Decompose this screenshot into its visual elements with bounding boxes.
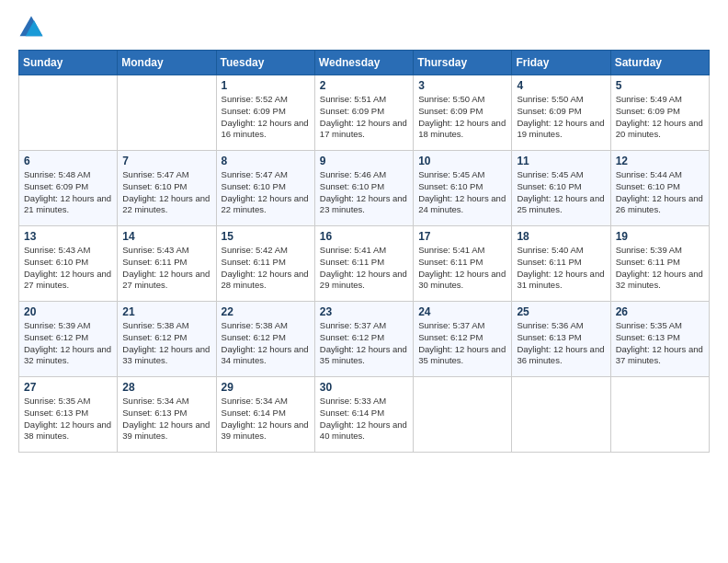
day-number: 26 — [616, 305, 704, 318]
calendar-cell: 19Sunrise: 5:39 AM Sunset: 6:11 PM Dayli… — [610, 226, 709, 302]
calendar-header-tuesday: Tuesday — [216, 51, 314, 75]
day-info: Sunrise: 5:35 AM Sunset: 6:13 PM Dayligh… — [616, 320, 704, 367]
day-info: Sunrise: 5:38 AM Sunset: 6:12 PM Dayligh… — [222, 320, 310, 367]
calendar-week-2: 13Sunrise: 5:43 AM Sunset: 6:10 PM Dayli… — [19, 226, 710, 302]
day-number: 1 — [222, 79, 310, 92]
day-info: Sunrise: 5:43 AM Sunset: 6:10 PM Dayligh… — [24, 245, 112, 292]
day-info: Sunrise: 5:45 AM Sunset: 6:10 PM Dayligh… — [517, 169, 605, 216]
calendar-cell: 16Sunrise: 5:41 AM Sunset: 6:11 PM Dayli… — [314, 226, 413, 302]
calendar-cell — [118, 75, 216, 151]
calendar-cell: 28Sunrise: 5:34 AM Sunset: 6:13 PM Dayli… — [118, 377, 216, 453]
calendar-cell: 7Sunrise: 5:47 AM Sunset: 6:10 PM Daylig… — [118, 151, 216, 226]
day-number: 18 — [517, 230, 605, 243]
calendar-cell: 13Sunrise: 5:43 AM Sunset: 6:10 PM Dayli… — [19, 226, 118, 302]
calendar-cell: 8Sunrise: 5:47 AM Sunset: 6:10 PM Daylig… — [216, 151, 314, 226]
day-number: 30 — [320, 381, 408, 394]
day-info: Sunrise: 5:41 AM Sunset: 6:11 PM Dayligh… — [320, 245, 408, 292]
calendar-cell: 22Sunrise: 5:38 AM Sunset: 6:12 PM Dayli… — [216, 302, 314, 377]
calendar-cell: 21Sunrise: 5:38 AM Sunset: 6:12 PM Dayli… — [118, 302, 216, 377]
day-number: 20 — [24, 305, 112, 318]
calendar-cell: 14Sunrise: 5:43 AM Sunset: 6:11 PM Dayli… — [118, 226, 216, 302]
calendar: SundayMondayTuesdayWednesdayThursdayFrid… — [18, 50, 710, 453]
day-info: Sunrise: 5:33 AM Sunset: 6:14 PM Dayligh… — [320, 396, 408, 442]
day-info: Sunrise: 5:51 AM Sunset: 6:09 PM Dayligh… — [320, 94, 408, 141]
day-number: 4 — [517, 79, 605, 92]
day-number: 7 — [122, 155, 210, 167]
day-info: Sunrise: 5:44 AM Sunset: 6:10 PM Dayligh… — [616, 169, 704, 216]
calendar-cell: 25Sunrise: 5:36 AM Sunset: 6:13 PM Dayli… — [512, 302, 610, 377]
day-number: 12 — [616, 155, 704, 167]
day-info: Sunrise: 5:39 AM Sunset: 6:11 PM Dayligh… — [616, 245, 704, 292]
day-number: 2 — [320, 79, 408, 92]
calendar-cell — [19, 75, 118, 151]
day-info: Sunrise: 5:40 AM Sunset: 6:11 PM Dayligh… — [517, 245, 605, 292]
calendar-cell: 5Sunrise: 5:49 AM Sunset: 6:09 PM Daylig… — [610, 75, 709, 151]
calendar-header-saturday: Saturday — [610, 51, 709, 75]
calendar-cell: 29Sunrise: 5:34 AM Sunset: 6:14 PM Dayli… — [216, 377, 314, 453]
day-number: 22 — [222, 305, 310, 318]
calendar-header-monday: Monday — [118, 51, 216, 75]
day-number: 29 — [222, 381, 310, 394]
day-number: 8 — [222, 155, 310, 167]
calendar-cell: 24Sunrise: 5:37 AM Sunset: 6:12 PM Dayli… — [414, 302, 512, 377]
day-info: Sunrise: 5:50 AM Sunset: 6:09 PM Dayligh… — [418, 94, 506, 141]
day-info: Sunrise: 5:37 AM Sunset: 6:12 PM Dayligh… — [320, 320, 408, 367]
calendar-cell: 3Sunrise: 5:50 AM Sunset: 6:09 PM Daylig… — [414, 75, 512, 151]
day-number: 23 — [320, 305, 408, 318]
calendar-cell: 27Sunrise: 5:35 AM Sunset: 6:13 PM Dayli… — [19, 377, 118, 453]
calendar-cell: 20Sunrise: 5:39 AM Sunset: 6:12 PM Dayli… — [19, 302, 118, 377]
day-number: 19 — [616, 230, 704, 243]
day-info: Sunrise: 5:37 AM Sunset: 6:12 PM Dayligh… — [418, 320, 506, 367]
logo — [18, 15, 48, 40]
day-number: 10 — [418, 155, 506, 167]
day-info: Sunrise: 5:45 AM Sunset: 6:10 PM Dayligh… — [418, 169, 506, 216]
logo-icon — [18, 15, 44, 40]
day-info: Sunrise: 5:41 AM Sunset: 6:11 PM Dayligh… — [418, 245, 506, 292]
day-number: 27 — [24, 381, 112, 394]
calendar-header-sunday: Sunday — [19, 51, 118, 75]
header — [18, 15, 710, 40]
day-info: Sunrise: 5:36 AM Sunset: 6:13 PM Dayligh… — [517, 320, 605, 367]
calendar-header-friday: Friday — [512, 51, 610, 75]
day-info: Sunrise: 5:52 AM Sunset: 6:09 PM Dayligh… — [222, 94, 310, 141]
calendar-week-4: 27Sunrise: 5:35 AM Sunset: 6:13 PM Dayli… — [19, 377, 710, 453]
calendar-cell: 30Sunrise: 5:33 AM Sunset: 6:14 PM Dayli… — [314, 377, 413, 453]
day-number: 5 — [616, 79, 704, 92]
calendar-cell: 15Sunrise: 5:42 AM Sunset: 6:11 PM Dayli… — [216, 226, 314, 302]
day-number: 28 — [122, 381, 210, 394]
calendar-week-3: 20Sunrise: 5:39 AM Sunset: 6:12 PM Dayli… — [19, 302, 710, 377]
calendar-cell: 9Sunrise: 5:46 AM Sunset: 6:10 PM Daylig… — [314, 151, 413, 226]
calendar-header-wednesday: Wednesday — [314, 51, 413, 75]
day-number: 16 — [320, 230, 408, 243]
calendar-week-0: 1Sunrise: 5:52 AM Sunset: 6:09 PM Daylig… — [19, 75, 710, 151]
calendar-cell: 1Sunrise: 5:52 AM Sunset: 6:09 PM Daylig… — [216, 75, 314, 151]
page: SundayMondayTuesdayWednesdayThursdayFrid… — [0, 0, 728, 563]
calendar-cell: 26Sunrise: 5:35 AM Sunset: 6:13 PM Dayli… — [610, 302, 709, 377]
day-number: 6 — [24, 155, 112, 167]
day-number: 9 — [320, 155, 408, 167]
calendar-cell: 4Sunrise: 5:50 AM Sunset: 6:09 PM Daylig… — [512, 75, 610, 151]
calendar-cell: 12Sunrise: 5:44 AM Sunset: 6:10 PM Dayli… — [610, 151, 709, 226]
day-number: 11 — [517, 155, 605, 167]
calendar-cell: 10Sunrise: 5:45 AM Sunset: 6:10 PM Dayli… — [414, 151, 512, 226]
day-info: Sunrise: 5:34 AM Sunset: 6:14 PM Dayligh… — [222, 396, 310, 442]
day-info: Sunrise: 5:35 AM Sunset: 6:13 PM Dayligh… — [24, 396, 112, 442]
calendar-week-1: 6Sunrise: 5:48 AM Sunset: 6:09 PM Daylig… — [19, 151, 710, 226]
calendar-cell — [512, 377, 610, 453]
day-number: 15 — [222, 230, 310, 243]
day-info: Sunrise: 5:46 AM Sunset: 6:10 PM Dayligh… — [320, 169, 408, 216]
calendar-cell: 23Sunrise: 5:37 AM Sunset: 6:12 PM Dayli… — [314, 302, 413, 377]
day-info: Sunrise: 5:34 AM Sunset: 6:13 PM Dayligh… — [122, 396, 210, 442]
day-info: Sunrise: 5:50 AM Sunset: 6:09 PM Dayligh… — [517, 94, 605, 141]
calendar-header-row: SundayMondayTuesdayWednesdayThursdayFrid… — [19, 51, 710, 75]
day-number: 24 — [418, 305, 506, 318]
calendar-cell — [414, 377, 512, 453]
calendar-header-thursday: Thursday — [414, 51, 512, 75]
day-info: Sunrise: 5:39 AM Sunset: 6:12 PM Dayligh… — [24, 320, 112, 367]
day-number: 21 — [122, 305, 210, 318]
day-info: Sunrise: 5:38 AM Sunset: 6:12 PM Dayligh… — [122, 320, 210, 367]
day-info: Sunrise: 5:49 AM Sunset: 6:09 PM Dayligh… — [616, 94, 704, 141]
day-number: 17 — [418, 230, 506, 243]
day-info: Sunrise: 5:42 AM Sunset: 6:11 PM Dayligh… — [222, 245, 310, 292]
day-number: 13 — [24, 230, 112, 243]
